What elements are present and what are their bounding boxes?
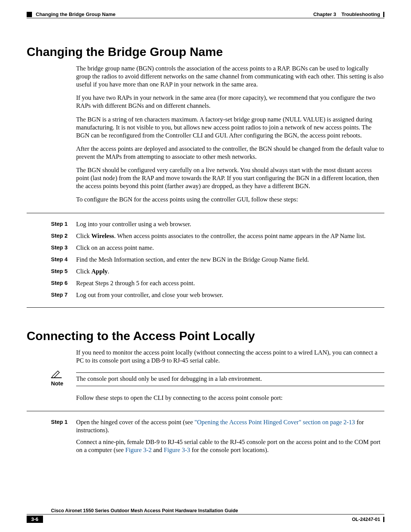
- note-label: Note: [51, 380, 63, 387]
- step-text: Click on an access point name.: [76, 244, 384, 252]
- steps-block: Step 1 Log into your controller using a …: [27, 213, 384, 308]
- step-text: Find the Mesh Information section, and e…: [76, 256, 384, 264]
- header-divider-icon: [383, 12, 384, 17]
- step-label: Step 2: [51, 232, 76, 240]
- running-header-right: Chapter 3 Troubleshooting: [313, 11, 384, 17]
- step-label: Step 5: [51, 267, 76, 275]
- page-footer: Cisco Aironet 1550 Series Outdoor Mesh A…: [27, 508, 384, 523]
- step-text: Connect a nine-pin, female DB-9 to RJ-45…: [76, 438, 384, 454]
- chapter-title: Troubleshooting: [341, 11, 380, 17]
- step-label-empty: [51, 438, 76, 454]
- paragraph: The BGN is a string of ten characters ma…: [27, 115, 384, 139]
- running-head-text: Changing the Bridge Group Name: [36, 11, 115, 17]
- step-row: Step 4 Find the Mesh Information section…: [27, 256, 384, 264]
- steps-block-2: Step 1 Open the hinged cover of the acce…: [27, 411, 384, 462]
- step-text: Click Wireless. When access points assoc…: [76, 232, 384, 240]
- paragraph: If you need to monitor the access point …: [27, 348, 384, 364]
- paragraph: If you have two RAPs in your network in …: [27, 94, 384, 110]
- running-header-left: Changing the Bridge Group Name: [27, 11, 115, 17]
- chapter-label: Chapter 3: [313, 11, 336, 17]
- running-header: Changing the Bridge Group Name Chapter 3…: [27, 11, 384, 18]
- note-text: The console port should only be used for…: [76, 372, 384, 386]
- step-row: Step 7 Log out from your controller, and…: [27, 291, 384, 299]
- paragraph: To configure the BGN for the access poin…: [27, 195, 384, 203]
- note-icon-column: Note: [51, 370, 76, 387]
- step-text: Log out from your controller, and close …: [76, 291, 384, 299]
- footer-bottom: 3-6 OL-24247-01: [27, 514, 384, 523]
- xref-link[interactable]: "Opening the Access Point Hinged Cover" …: [194, 419, 355, 426]
- note-block: Note The console port should only be use…: [27, 370, 384, 387]
- xref-link[interactable]: Figure 3-2: [125, 446, 151, 454]
- paragraph: The BGN should be configured very carefu…: [27, 166, 384, 190]
- doc-id: OL-24247-01: [352, 517, 384, 522]
- paragraph: After the access points are deployed and…: [27, 145, 384, 161]
- svg-marker-1: [52, 371, 59, 378]
- paragraph: Follow these steps to open the CLI by co…: [27, 394, 384, 402]
- step-label: Step 6: [51, 279, 76, 287]
- header-bullet-icon: [27, 12, 32, 17]
- section-heading-bgn: Changing the Bridge Group Name: [27, 45, 384, 59]
- page: Changing the Bridge Group Name Chapter 3…: [0, 0, 411, 532]
- step-row: Step 2 Click Wireless. When access point…: [27, 232, 384, 240]
- note-content: The console port should only be used for…: [76, 370, 384, 386]
- guide-title: Cisco Aironet 1550 Series Outdoor Mesh A…: [27, 508, 238, 513]
- step-label: Step 4: [51, 256, 76, 264]
- step-row: Step 1 Open the hinged cover of the acce…: [27, 418, 384, 434]
- xref-link[interactable]: Figure 3-3: [164, 446, 190, 454]
- step-label: Step 7: [51, 291, 76, 299]
- step-row: Step 5 Click Apply.: [27, 267, 384, 275]
- step-row: Connect a nine-pin, female DB-9 to RJ-45…: [27, 438, 384, 454]
- page-number-badge: 3-6: [27, 516, 43, 523]
- step-text: Repeat Steps 2 through 5 for each access…: [76, 279, 384, 287]
- step-text: Open the hinged cover of the access poin…: [76, 418, 384, 434]
- step-label: Step 3: [51, 244, 76, 252]
- step-text: Click Apply.: [76, 267, 384, 275]
- step-text: Log into your controller using a web bro…: [76, 220, 384, 228]
- step-label: Step 1: [51, 220, 76, 228]
- pencil-icon: [51, 370, 62, 380]
- section-heading-connect-local: Connecting to the Access Point Locally: [27, 329, 384, 343]
- step-row: Step 3 Click on an access point name.: [27, 244, 384, 252]
- footer-divider-icon: [383, 517, 384, 522]
- step-row: Step 1 Log into your controller using a …: [27, 220, 384, 228]
- step-row: Step 6 Repeat Steps 2 through 5 for each…: [27, 279, 384, 287]
- step-label: Step 1: [51, 418, 76, 434]
- paragraph: The bridge group name (BGN) controls the…: [27, 64, 384, 88]
- footer-title-row: Cisco Aironet 1550 Series Outdoor Mesh A…: [27, 508, 384, 514]
